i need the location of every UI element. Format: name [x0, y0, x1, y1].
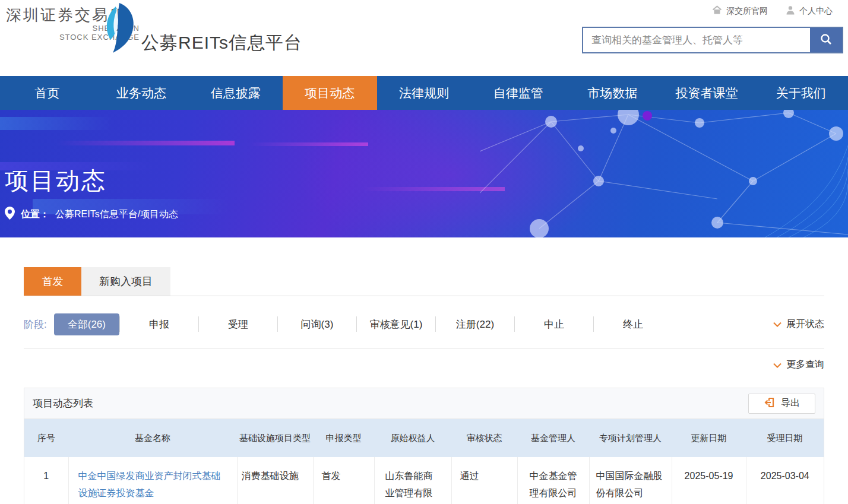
- export-button[interactable]: 导出: [748, 394, 815, 414]
- project-table: 序号 基金名称 基础设施项目类型 申报类型 原始权益人 审核状态 基金管理人 专…: [24, 419, 824, 504]
- filter-option-terminated[interactable]: 终止: [594, 318, 672, 331]
- banner-streak: [56, 141, 235, 145]
- filter-option-accepted[interactable]: 受理: [199, 318, 277, 331]
- cell-fund-name: 中金中国绿发商业资产封闭式基础设施证券投资基金: [68, 457, 237, 504]
- page-banner: 项目动态 位置： 公募REITs信息平台/项目动态: [0, 110, 848, 237]
- breadcrumb-path[interactable]: 公募REITs信息平台/项目动态: [55, 208, 178, 221]
- nav-item-investor-classroom[interactable]: 投资者课堂: [660, 76, 754, 110]
- filter-option-registered[interactable]: 注册(22): [436, 318, 514, 331]
- page-header: 深圳证券交易所 SHENZHEN STOCK EXCHANGE 公募REITs信…: [0, 0, 848, 76]
- nav-item-project-updates[interactable]: 项目动态: [283, 76, 377, 110]
- project-list-panel: 项目动态列表 导出 序号: [24, 388, 824, 504]
- export-icon: [764, 397, 776, 411]
- col-update-date: 更新日期: [672, 419, 746, 457]
- fund-name-link[interactable]: 中金中国绿发商业资产封闭式基础设施证券投资基金: [78, 471, 221, 498]
- filter-option-declare[interactable]: 申报: [120, 318, 198, 331]
- stage-filter-row: 阶段: 全部(26) 申报 受理 问询(3) 审核意见(1) 注册(22) 中止…: [24, 313, 824, 335]
- table-header-row: 序号 基金名称 基础设施项目类型 申报类型 原始权益人 审核状态 基金管理人 专…: [24, 419, 824, 457]
- site-title: 公募REITs信息平台: [141, 31, 302, 55]
- cell-original-holder: 山东鲁能商业管理有限公司: [374, 457, 451, 504]
- cell-infra-type: 消费基础设施: [237, 457, 313, 504]
- col-infra-type: 基础设施项目类型: [237, 419, 313, 457]
- filter-option-inquiry[interactable]: 问询(3): [278, 318, 356, 331]
- project-tabs: 首发 新购入项目: [24, 267, 824, 296]
- cell-plan-manager: 中国国际金融股份有限公司: [589, 457, 672, 504]
- more-query-row: 更多查询: [24, 348, 824, 371]
- col-apply-type: 申报类型: [313, 419, 374, 457]
- banner-streak: [0, 117, 113, 130]
- location-pin-icon: [5, 207, 15, 222]
- nav-item-disclosure[interactable]: 信息披露: [188, 76, 283, 110]
- nav-item-self-regulation[interactable]: 自律监管: [471, 76, 565, 110]
- panel-title: 项目动态列表: [33, 397, 93, 410]
- search-button[interactable]: [810, 28, 842, 52]
- search-box: [582, 27, 843, 53]
- filter-option-review-opinion[interactable]: 审核意见(1): [357, 318, 435, 331]
- search-input[interactable]: [583, 28, 810, 52]
- content-area: 首发 新购入项目 阶段: 全部(26) 申报 受理 问询(3) 审核意见(1) …: [0, 267, 848, 504]
- stage-filter-label: 阶段:: [24, 318, 47, 331]
- cell-review-status: 通过: [451, 457, 517, 504]
- table-row: 1 中金中国绿发商业资产封闭式基础设施证券投资基金 消费基础设施 首发 山东鲁能…: [24, 457, 824, 504]
- cell-apply-type: 首发: [313, 457, 374, 504]
- col-fund-name: 基金名称: [68, 419, 237, 457]
- nav-item-home[interactable]: 首页: [0, 76, 94, 110]
- user-icon: [786, 5, 795, 17]
- official-site-link[interactable]: 深交所官网: [712, 5, 768, 17]
- col-seq: 序号: [24, 419, 68, 457]
- col-plan-manager: 专项计划管理人: [589, 419, 672, 457]
- home-icon: [712, 5, 722, 17]
- col-review-status: 审核状态: [451, 419, 517, 457]
- tab-new-purchase[interactable]: 新购入项目: [81, 267, 170, 296]
- panel-header: 项目动态列表 导出: [24, 388, 824, 419]
- cell-accept-date: 2025-03-04: [746, 457, 824, 504]
- breadcrumb: 位置： 公募REITs信息平台/项目动态: [5, 207, 178, 222]
- logo-leaf-icon: [100, 2, 137, 56]
- top-utility-bar: 深交所官网 个人中心: [712, 5, 833, 17]
- filter-option-suspended[interactable]: 中止: [515, 318, 593, 331]
- personal-center-link[interactable]: 个人中心: [786, 5, 833, 17]
- nav-item-about-us[interactable]: 关于我们: [754, 76, 848, 110]
- more-query-toggle[interactable]: 更多查询: [773, 359, 824, 371]
- banner-streak: [249, 142, 368, 146]
- chevron-down-icon: [773, 360, 781, 370]
- breadcrumb-label: 位置：: [21, 208, 49, 221]
- cell-update-date: 2025-05-19: [672, 457, 746, 504]
- col-fund-manager: 基金管理人: [517, 419, 589, 457]
- main-nav: 首页 业务动态 信息披露 项目动态 法律规则 自律监管 市场数据 投资者课堂 关…: [0, 76, 848, 110]
- nav-item-market-data[interactable]: 市场数据: [565, 76, 660, 110]
- expand-status-toggle[interactable]: 展开状态: [773, 318, 824, 331]
- tab-initial-offering[interactable]: 首发: [24, 267, 81, 296]
- cell-seq: 1: [24, 457, 68, 504]
- cell-fund-manager: 中金基金管理有限公司: [517, 457, 589, 504]
- nav-item-legal-rules[interactable]: 法律规则: [377, 76, 472, 110]
- col-original-holder: 原始权益人: [374, 419, 451, 457]
- page-title: 项目动态: [5, 164, 107, 197]
- col-accept-date: 受理日期: [746, 419, 824, 457]
- nav-item-business-news[interactable]: 业务动态: [94, 76, 189, 110]
- network-decoration: [480, 110, 848, 237]
- search-icon: [819, 33, 833, 47]
- filter-option-all[interactable]: 全部(26): [54, 313, 119, 335]
- chevron-down-icon: [773, 319, 781, 329]
